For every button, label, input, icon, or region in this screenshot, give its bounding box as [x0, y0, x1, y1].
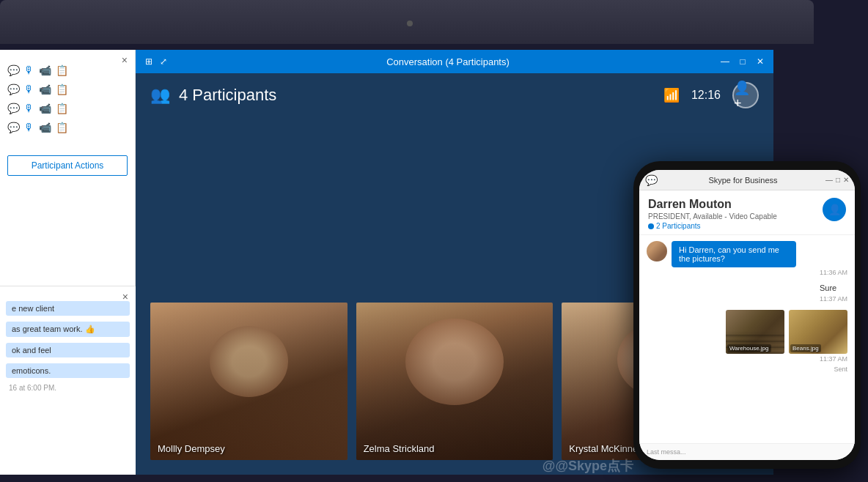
- skype-app-icon: 💬: [645, 174, 658, 186]
- chat-icon: 💬: [7, 122, 20, 133]
- titlebar-title: Conversation (4 Participants): [177, 56, 719, 67]
- mic-icon: 🎙: [24, 64, 34, 76]
- participant-row: 💬 🎙 📹 📋: [7, 84, 128, 95]
- participant-name-3: Krystal McKinney: [569, 443, 642, 454]
- warehouse-filename: Warehouse.jpg: [727, 344, 771, 352]
- mic-icon: 🎙: [24, 84, 34, 95]
- phone-screen: 💬 Skype for Business — □ ✕ Darren Mouton…: [639, 170, 855, 460]
- phone-device: 💬 Skype for Business — □ ✕ Darren Mouton…: [633, 161, 861, 469]
- video-tile-1: Mollly Dempsey: [150, 303, 347, 460]
- skype-titlebar: ⊞ ⤢ Conversation (4 Participants) — □ ✕: [136, 50, 773, 73]
- contact-status: PRESIDENT, Available - Video Capable: [648, 212, 817, 220]
- chat-icon: 💬: [7, 103, 20, 114]
- message-content-1: Hi Darren, can you send me the pictures?…: [672, 241, 847, 276]
- screen-icon: 📋: [56, 122, 68, 133]
- video-icon: 📹: [39, 64, 51, 76]
- message-row-1: Hi Darren, can you send me the pictures?…: [647, 241, 847, 276]
- message-row-2: Sure 11:37 AM: [647, 282, 847, 303]
- video-icon: 📹: [39, 84, 51, 95]
- image-attachments-container: Warehouse.jpg Beans.jpg 11:37 AM: [726, 307, 847, 363]
- contact-header: Darren Mouton PRESIDENT, Available - Vid…: [639, 190, 855, 235]
- video-icon: 📹: [39, 103, 51, 114]
- phone-app-title: Skype for Business: [661, 176, 825, 185]
- close-window-icon[interactable]: ✕: [754, 56, 766, 67]
- contact-avatar-button[interactable]: 👤: [823, 198, 846, 221]
- participant-actions-button[interactable]: Participant Actions: [7, 155, 128, 176]
- last-message-indicator: Last messa...: [647, 448, 847, 456]
- message-bubble-1: Hi Darren, can you send me the pictures?: [672, 241, 796, 267]
- chat-panel: × e new client as great team work. 👍 ok …: [0, 286, 136, 475]
- minimize-icon[interactable]: —: [719, 56, 731, 67]
- chat-messages: e new client as great team work. 👍 ok an…: [0, 286, 136, 398]
- participants-header: 👥 4 Participants 📶 12:16 👤+: [136, 73, 773, 117]
- participants-count-label: 2 Participants: [656, 222, 701, 230]
- participants-count: 4 Participants: [179, 86, 276, 105]
- titlebar-controls: — □ ✕: [719, 56, 766, 67]
- message-time-2: 11:37 AM: [820, 295, 847, 303]
- phone-window-controls: — □ ✕: [825, 176, 849, 184]
- call-time: 12:16: [691, 89, 721, 102]
- image-beans[interactable]: Beans.jpg: [789, 310, 847, 354]
- phone-chat-area[interactable]: Hi Darren, can you send me the pictures?…: [639, 235, 855, 443]
- phone-close-icon[interactable]: ✕: [843, 176, 849, 184]
- chat-bubble: ok and feel: [6, 343, 130, 357]
- phone-titlebar: 💬 Skype for Business — □ ✕: [639, 170, 855, 190]
- message-text-2: Sure: [820, 282, 847, 294]
- participant-row: 💬 🎙 📹 📋: [7, 122, 128, 133]
- screen-icon: 📋: [56, 84, 68, 95]
- mic-icon: 🎙: [24, 103, 34, 114]
- sender-avatar: [647, 241, 667, 262]
- images-time: 11:37 AM: [726, 355, 847, 363]
- contact-participants[interactable]: 2 Participants: [648, 222, 817, 230]
- message-row-3: Warehouse.jpg Beans.jpg 11:37 AM: [647, 307, 847, 363]
- video-tile-2: Zelma Strickland: [356, 303, 553, 460]
- online-dot: [648, 223, 654, 229]
- participants-group-icon: 👥: [150, 86, 170, 105]
- chat-timestamp: 16 at 6:00 PM.: [6, 384, 130, 392]
- message-time-1: 11:36 AM: [672, 269, 847, 276]
- laptop-camera: [407, 21, 413, 26]
- restore-icon[interactable]: □: [737, 56, 749, 67]
- image-attachments: Warehouse.jpg Beans.jpg: [726, 310, 847, 354]
- chat-bubble: e new client: [6, 301, 130, 316]
- titlebar-icon-expand[interactable]: ⤢: [158, 56, 169, 67]
- participant-name-2: Zelma Strickland: [364, 443, 435, 454]
- titlebar-icon-share[interactable]: ⊞: [143, 56, 155, 67]
- message-content-2: Sure 11:37 AM: [820, 282, 847, 303]
- add-participant-button[interactable]: 👤+: [732, 82, 759, 108]
- phone-restore-icon[interactable]: □: [836, 176, 840, 184]
- contact-info: Darren Mouton PRESIDENT, Available - Vid…: [648, 198, 817, 230]
- phone-minimize-icon[interactable]: —: [825, 176, 833, 184]
- sent-status: Sent: [647, 366, 847, 373]
- participants-list: 💬 🎙 📹 📋 💬 🎙 📹 📋 💬 🎙 📹 📋 💬 🎙 📹 📋: [0, 50, 135, 148]
- screen-icon: 📋: [56, 103, 68, 114]
- chat-bubble: emoticons.: [6, 363, 130, 378]
- titlebar-left-icons: ⊞ ⤢: [143, 56, 169, 67]
- phone-footer: Last messa...: [639, 443, 855, 460]
- close-chat-icon[interactable]: ×: [122, 291, 128, 303]
- participant-row: 💬 🎙 📹 📋: [7, 103, 128, 114]
- close-sidebar-icon[interactable]: ×: [122, 54, 128, 66]
- mic-icon: 🎙: [24, 122, 34, 133]
- image-warehouse[interactable]: Warehouse.jpg: [726, 310, 784, 354]
- contact-name: Darren Mouton: [648, 198, 817, 211]
- chat-icon: 💬: [7, 64, 20, 76]
- signal-strength-icon: 📶: [663, 87, 680, 103]
- avatar-icon: 👤: [828, 204, 841, 215]
- chat-icon: 💬: [7, 84, 20, 95]
- participant-name-1: Mollly Dempsey: [158, 443, 225, 454]
- header-right-controls: 📶 12:16 👤+: [663, 82, 759, 108]
- chat-bubble: as great team work. 👍: [6, 322, 130, 337]
- beans-filename: Beans.jpg: [790, 344, 821, 352]
- video-icon: 📹: [39, 122, 51, 133]
- participant-row: 💬 🎙 📹 📋: [7, 64, 128, 76]
- screen-icon: 📋: [56, 64, 68, 76]
